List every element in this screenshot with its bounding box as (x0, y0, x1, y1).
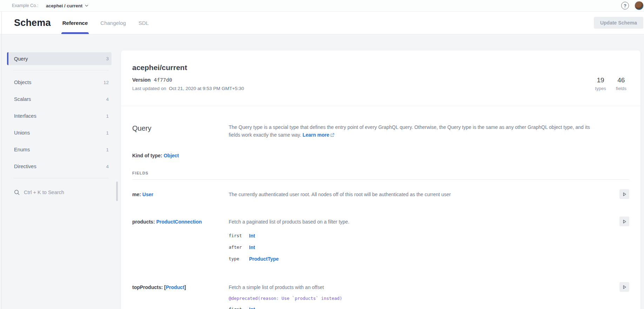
help-icon[interactable]: ? (621, 2, 629, 9)
learn-more-link[interactable]: Learn more (303, 132, 334, 138)
field-row-topproducts: topProducts: [Product] Fetch a simple li… (132, 284, 629, 309)
card-header: acephei/current Version 4f77d0 Last upda… (121, 50, 640, 91)
arg-row: after Int (229, 241, 619, 253)
run-field-button[interactable] (619, 189, 629, 199)
sidebar-divider (13, 70, 109, 70)
last-updated-prefix: Last updated on (132, 86, 166, 91)
field-name-text: topProducts: (132, 284, 163, 290)
play-icon (622, 285, 627, 289)
sidebar-item-label: Query (14, 56, 28, 62)
schema-card: acephei/current Version 4f77d0 Last upda… (121, 50, 640, 309)
sidebar-item-scalars[interactable]: Scalars 4 (7, 91, 112, 108)
arg-type-link[interactable]: Int (249, 233, 619, 239)
sidebar-item-label: Objects (14, 80, 31, 85)
avatar[interactable] (635, 1, 644, 10)
arg-type-link[interactable]: ProductType (249, 256, 619, 262)
sidebar-item-label: Interfaces (14, 113, 36, 119)
sidebar-item-count: 4 (106, 164, 109, 169)
left-edge-divider (1, 12, 2, 309)
sidebar-item-objects[interactable]: Objects 12 (7, 74, 112, 91)
page-header: Schema Reference Changelog SDL Update Sc… (0, 12, 644, 34)
version-row: Version 4f77d0 (132, 77, 244, 83)
sidebar-item-query[interactable]: Query 3 (7, 52, 112, 65)
field-args: first Int after Int type ProductType (229, 230, 619, 265)
sidebar-item-label: Directives (14, 164, 36, 169)
sidebar-item-label: Unions (14, 130, 30, 136)
section-header-row: Query The Query type is a special type t… (132, 124, 629, 139)
last-updated-row: Last updated on Oct 21, 2020 at 9:53 PM … (132, 86, 244, 91)
sidebar-divider (13, 178, 109, 178)
external-link-icon (330, 133, 334, 137)
play-icon (622, 219, 627, 224)
sidebar-item-label: Scalars (14, 96, 31, 102)
stat-label: fields (616, 86, 626, 91)
stat-value: 19 (597, 76, 604, 84)
last-updated-date: Oct 21, 2020 at 9:53 PM GMT+5:30 (169, 86, 244, 91)
stat-types: 19 types (595, 76, 606, 91)
org-label: Example Co.: (12, 3, 38, 8)
field-description: Fetch a paginated list of products based… (229, 218, 619, 225)
sidebar-item-label: Enums (14, 147, 30, 152)
tab-sdl[interactable]: SDL (139, 12, 149, 34)
field-row-products: products: ProductConnection Fetch a pagi… (132, 218, 629, 265)
graph-selector-label: acephei / current (46, 3, 82, 8)
sidebar-list: Objects 12 Scalars 4 Interfaces 1 Unions… (7, 74, 112, 175)
arg-row: type ProductType (229, 253, 619, 265)
sidebar-item-count: 1 (106, 114, 109, 119)
search-trigger[interactable]: Ctrl + K to Search (7, 184, 112, 201)
arg-row: first Int (229, 303, 619, 309)
top-bar: Example Co.: acephei / current ? (0, 0, 644, 12)
field-description: Fetch a simple list of products with an … (229, 284, 619, 291)
sidebar-item-count: 3 (106, 56, 109, 61)
page-title: Schema (14, 18, 51, 28)
field-type-suffix: ] (185, 284, 186, 290)
sidebar-item-unions[interactable]: Unions 1 (7, 124, 112, 141)
arg-row: first Int (229, 230, 619, 241)
tab-reference[interactable]: Reference (62, 12, 88, 34)
field-description: The currently authenticated user root. A… (229, 191, 619, 198)
sidebar-item-directives[interactable]: Directives 4 (7, 158, 112, 175)
section-description: The Query type is a special type that de… (229, 124, 619, 139)
field-detail: The currently authenticated user root. A… (229, 191, 619, 199)
field-type-link[interactable]: ProductConnection (156, 219, 202, 225)
section-description-text: The Query type is a special type that de… (229, 124, 590, 138)
sidebar-item-count: 4 (106, 97, 109, 102)
query-section: Query The Query type is a special type t… (121, 106, 640, 309)
schema-stats: 19 types 46 fields (595, 76, 626, 91)
type-sidebar: Query 3 Objects 12 Scalars 4 Interfaces … (7, 50, 112, 201)
field-name-text: me: (132, 192, 141, 197)
graph-title: acephei/current (132, 63, 244, 72)
content-area: Query 3 Objects 12 Scalars 4 Interfaces … (0, 34, 644, 309)
run-field-button[interactable] (619, 282, 629, 292)
graph-selector[interactable]: acephei / current (46, 3, 88, 8)
chevron-down-icon (85, 5, 88, 7)
arg-type-link[interactable]: Int (249, 307, 619, 309)
scrollbar-thumb[interactable] (116, 181, 118, 201)
field-name: me: User (132, 191, 229, 199)
arg-name: first (229, 307, 249, 309)
arg-name: after (229, 245, 249, 250)
stat-label: types (595, 86, 606, 91)
sidebar-item-interfaces[interactable]: Interfaces 1 (7, 108, 112, 124)
field-type-link[interactable]: User (142, 192, 153, 197)
section-title: Query (132, 124, 229, 139)
fields-divider (132, 179, 629, 180)
sidebar-item-count: 1 (106, 147, 109, 152)
tab-bar: Reference Changelog SDL (62, 12, 161, 34)
tab-changelog[interactable]: Changelog (100, 12, 126, 34)
sidebar-item-count: 1 (106, 130, 109, 136)
field-detail: Fetch a paginated list of products based… (229, 218, 619, 265)
version-value: 4f77d0 (154, 77, 172, 83)
play-icon (622, 192, 627, 197)
run-field-button[interactable] (619, 217, 629, 226)
field-type-link[interactable]: Product (166, 284, 185, 290)
stat-fields: 46 fields (616, 76, 626, 91)
update-schema-button[interactable]: Update Schema (594, 17, 643, 29)
version-label: Version (132, 77, 150, 83)
field-args: first Int (229, 303, 619, 309)
learn-more-label: Learn more (303, 132, 329, 138)
fields-heading: FIELDS (132, 171, 629, 175)
kind-value-link[interactable]: Object (163, 153, 179, 158)
sidebar-item-enums[interactable]: Enums 1 (7, 141, 112, 158)
arg-type-link[interactable]: Int (249, 245, 619, 250)
